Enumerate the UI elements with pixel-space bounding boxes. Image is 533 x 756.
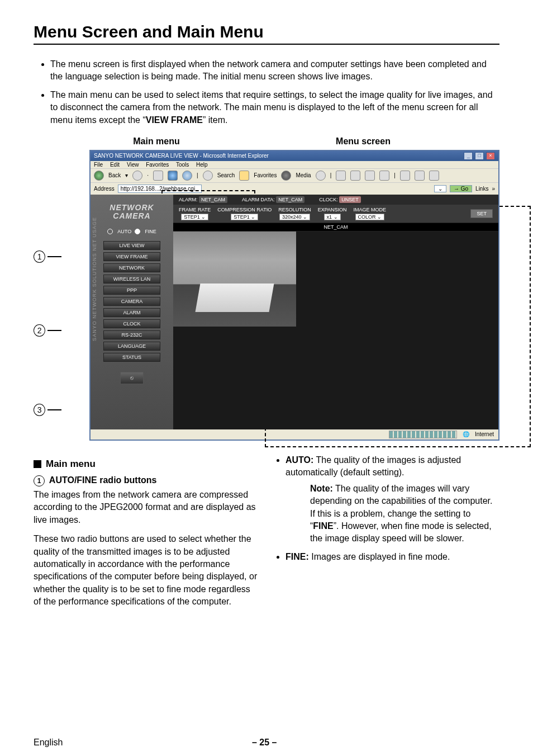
window-buttons: _ □ × [463, 152, 495, 160]
figure-area: 1 2 3 SANYO NETWORK CAMERA LIVE VIEW - M… [34, 150, 499, 441]
intro-bullet-list: The menu screen is first displayed when … [34, 58, 499, 126]
back-icon[interactable] [94, 171, 104, 181]
stop-icon[interactable] [153, 171, 163, 181]
address-dropdown-icon[interactable]: ⌄ [434, 185, 446, 192]
figure-wrapper: SANYO NETWORK CAMERA LIVE VIEW - Microso… [61, 150, 499, 441]
search-icon[interactable] [203, 171, 213, 181]
intro-bullet-2: The main menu can be used to select item… [50, 89, 499, 126]
fine-text: Images are displayed in fine mode. [309, 552, 450, 561]
print-icon[interactable] [350, 171, 360, 181]
browser-titlebar: SANYO NETWORK CAMERA LIVE VIEW - Microso… [91, 151, 498, 161]
resolution-label: RESOLUTION [278, 207, 311, 212]
home-icon[interactable] [182, 171, 192, 181]
sidebar-item-alarm[interactable]: ALARM [103, 308, 160, 317]
alarm-label: ALARM: [179, 197, 198, 202]
lead-line-3 [47, 409, 61, 410]
clock-value: UNSET [339, 196, 361, 203]
links-chevron-icon[interactable]: » [492, 186, 495, 192]
callout-3: 3 [34, 404, 45, 416]
history-icon[interactable] [316, 171, 326, 181]
sidebar-item-rs232c[interactable]: RS-232C [103, 330, 160, 339]
extra-icon-1[interactable] [400, 171, 410, 181]
menu-tools[interactable]: Tools [176, 162, 189, 168]
body-columns: Main menu 1 AUTO/FINE radio buttons The … [34, 454, 499, 615]
extra-icon-2[interactable] [415, 171, 425, 181]
title-underline [34, 44, 499, 45]
set-button[interactable]: SET [470, 209, 493, 218]
video-title-label: NET_CAM [173, 223, 498, 231]
refresh-icon[interactable] [168, 171, 178, 181]
footer-page-number: – 25 – [252, 738, 277, 748]
alarm-data-label: ALARM DATA: [242, 197, 275, 202]
intro-b2-pre: The main menu can be used to select item… [50, 90, 493, 125]
image-mode-select[interactable]: COLOR ⌄ [355, 214, 385, 220]
note-bold: FINE [313, 521, 333, 531]
right-bullet-list: AUTO: The quality of the images is adjus… [274, 454, 499, 563]
alarm-data-value: NET_CAM [276, 196, 304, 203]
forward-icon[interactable] [132, 171, 142, 181]
progress-indicator [389, 431, 457, 438]
extra-icon-3[interactable] [429, 171, 439, 181]
favorites-label: Favorites [254, 172, 277, 178]
favorites-icon[interactable] [239, 171, 249, 181]
discuss-icon[interactable] [379, 171, 389, 181]
back-label: Back [108, 172, 121, 178]
circled-1-icon: 1 [34, 475, 45, 486]
go-label: Go [461, 186, 468, 192]
go-button[interactable]: → Go [450, 185, 472, 192]
intro-b2-bold: VIEW FRAME [146, 115, 203, 125]
note-label: Note: [310, 484, 333, 493]
sidebar-item-network[interactable]: NETWORK [103, 263, 160, 272]
compression-label: COMPRESSION RATIO [217, 207, 272, 212]
disconnect-icon[interactable]: ⎋ [120, 372, 144, 384]
edit-icon[interactable] [365, 171, 375, 181]
back-dropdown-icon[interactable]: ▾ [125, 172, 128, 178]
close-icon[interactable]: × [486, 152, 495, 160]
toolbar-sep: · [147, 172, 149, 178]
intro-bullet-1: The menu screen is first displayed when … [50, 58, 499, 83]
logo-line1: NETWORK [110, 203, 154, 212]
sidebar-item-language[interactable]: LANGUAGE [103, 342, 160, 351]
callout-1: 1 [34, 251, 45, 263]
menu-favorites[interactable]: Favorites [146, 162, 169, 168]
browser-menubar: File Edit View Favorites Tools Help [91, 161, 498, 168]
sidebar-item-view-frame[interactable]: VIEW FRAME [103, 252, 160, 261]
media-icon[interactable] [281, 171, 291, 181]
sidebar-item-wireless-lan[interactable]: WIRELESS LAN [103, 275, 160, 284]
sidebar-item-clock[interactable]: CLOCK [103, 319, 160, 328]
maximize-icon[interactable]: □ [475, 152, 484, 160]
sidebar-item-status[interactable]: STATUS [103, 353, 160, 362]
toolbar-sep3: | [330, 172, 332, 178]
resolution-select[interactable]: 320x240 ⌄ [279, 214, 310, 220]
address-input[interactable]: http://192.168...2/webbase.cgi [118, 185, 202, 193]
menu-help[interactable]: Help [196, 162, 208, 168]
menu-edit[interactable]: Edit [110, 162, 120, 168]
alarm-value: NET_CAM [199, 196, 227, 203]
browser-title-text: SANYO NETWORK CAMERA LIVE VIEW - Microso… [94, 153, 269, 159]
right-column: AUTO: The quality of the images is adjus… [274, 454, 499, 615]
sidebar-item-live-view[interactable]: LIVE VIEW [103, 241, 160, 250]
frame-rate-select[interactable]: STEP1 ⌄ [181, 214, 208, 220]
main-panel: ALARM: NET_CAM ALARM DATA: NET_CAM CLOCK… [173, 195, 498, 429]
left-paragraph-1: The images from the network camera are c… [34, 489, 259, 526]
expansion-select[interactable]: x1 ⌄ [324, 214, 341, 220]
sidebar-item-camera[interactable]: CAMERA [103, 297, 160, 306]
menu-file[interactable]: File [94, 162, 103, 168]
sidebar-item-ppp[interactable]: PPP [103, 286, 160, 295]
page-title: Menu Screen and Main Menu [34, 22, 499, 41]
lead-line-2 [47, 330, 61, 331]
auto-radio[interactable] [107, 229, 113, 234]
browser-window: SANYO NETWORK CAMERA LIVE VIEW - Microso… [89, 150, 499, 441]
mail-icon[interactable] [336, 171, 346, 181]
auto-fine-radio-group: AUTO FINE [107, 229, 156, 234]
menu-view[interactable]: View [127, 162, 139, 168]
toolbar-sep2: | [197, 172, 198, 178]
minimize-icon[interactable]: _ [464, 152, 473, 160]
links-label[interactable]: Links [475, 186, 488, 192]
fine-radio-label: FINE [145, 229, 156, 234]
image-mode-label: IMAGE MODE [354, 207, 387, 212]
compression-select[interactable]: STEP1 ⌄ [231, 214, 258, 220]
toolbar-sep4: | [394, 172, 396, 178]
fine-radio[interactable] [135, 229, 140, 234]
square-bullet-icon [34, 460, 41, 468]
